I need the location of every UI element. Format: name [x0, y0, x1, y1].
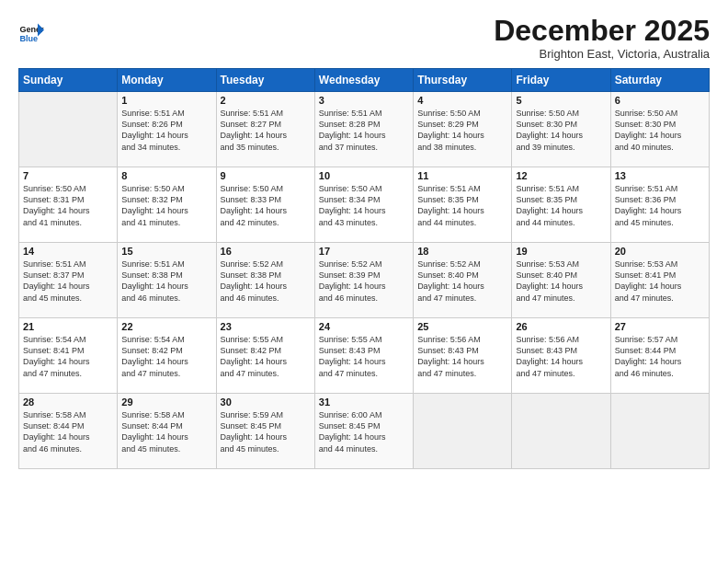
- title-block: December 2025 Brighton East, Victoria, A…: [494, 15, 710, 61]
- day-detail: Sunrise: 5:51 AM Sunset: 8:35 PM Dayligh…: [417, 183, 507, 228]
- day-detail: Sunrise: 5:51 AM Sunset: 8:28 PM Dayligh…: [319, 108, 409, 153]
- day-detail: Sunrise: 5:55 AM Sunset: 8:43 PM Dayligh…: [319, 334, 409, 379]
- day-number: 13: [615, 170, 705, 181]
- calendar-cell: 18Sunrise: 5:52 AM Sunset: 8:40 PM Dayli…: [414, 243, 512, 318]
- day-detail: Sunrise: 5:58 AM Sunset: 8:44 PM Dayligh…: [121, 409, 211, 454]
- day-number: 10: [319, 170, 409, 181]
- calendar-cell: 16Sunrise: 5:52 AM Sunset: 8:38 PM Dayli…: [216, 243, 314, 318]
- day-number: 28: [23, 396, 113, 408]
- day-number: 16: [221, 246, 311, 257]
- day-number: 6: [615, 95, 705, 106]
- days-header-row: SundayMondayTuesdayWednesdayThursdayFrid…: [19, 69, 710, 92]
- calendar-cell: [19, 92, 118, 167]
- day-header-sunday: Sunday: [19, 69, 118, 92]
- calendar-cell: 30Sunrise: 5:59 AM Sunset: 8:45 PM Dayli…: [216, 394, 314, 469]
- day-number: 19: [516, 246, 606, 257]
- day-number: 27: [615, 321, 705, 332]
- logo: General Blue: [18, 18, 46, 44]
- calendar-cell: 9Sunrise: 5:50 AM Sunset: 8:33 PM Daylig…: [216, 167, 314, 243]
- day-number: 12: [516, 170, 606, 181]
- calendar-cell: 5Sunrise: 5:50 AM Sunset: 8:30 PM Daylig…: [512, 92, 610, 167]
- location: Brighton East, Victoria, Australia: [494, 47, 710, 61]
- day-detail: Sunrise: 5:51 AM Sunset: 8:26 PM Dayligh…: [121, 108, 211, 153]
- day-number: 2: [221, 95, 311, 106]
- day-detail: Sunrise: 5:51 AM Sunset: 8:36 PM Dayligh…: [615, 183, 705, 228]
- day-header-saturday: Saturday: [610, 69, 709, 92]
- day-number: 11: [417, 170, 507, 181]
- day-detail: Sunrise: 5:52 AM Sunset: 8:39 PM Dayligh…: [319, 259, 409, 304]
- calendar-cell: 1Sunrise: 5:51 AM Sunset: 8:26 PM Daylig…: [118, 92, 216, 167]
- calendar-cell: 21Sunrise: 5:54 AM Sunset: 8:41 PM Dayli…: [19, 318, 118, 394]
- day-number: 5: [516, 95, 606, 106]
- week-row-5: 28Sunrise: 5:58 AM Sunset: 8:44 PM Dayli…: [19, 394, 710, 469]
- calendar-table: SundayMondayTuesdayWednesdayThursdayFrid…: [18, 68, 710, 469]
- day-header-monday: Monday: [118, 69, 216, 92]
- calendar-cell: 3Sunrise: 5:51 AM Sunset: 8:28 PM Daylig…: [314, 92, 413, 167]
- day-header-tuesday: Tuesday: [216, 69, 314, 92]
- calendar-cell: 7Sunrise: 5:50 AM Sunset: 8:31 PM Daylig…: [19, 167, 118, 243]
- day-detail: Sunrise: 5:51 AM Sunset: 8:38 PM Dayligh…: [121, 259, 211, 304]
- day-header-thursday: Thursday: [414, 69, 512, 92]
- day-detail: Sunrise: 5:50 AM Sunset: 8:34 PM Dayligh…: [319, 183, 409, 228]
- day-detail: Sunrise: 5:54 AM Sunset: 8:41 PM Dayligh…: [23, 334, 113, 379]
- calendar-cell: 6Sunrise: 5:50 AM Sunset: 8:30 PM Daylig…: [610, 92, 709, 167]
- calendar-cell: 17Sunrise: 5:52 AM Sunset: 8:39 PM Dayli…: [314, 243, 413, 318]
- day-detail: Sunrise: 5:56 AM Sunset: 8:43 PM Dayligh…: [417, 334, 507, 379]
- calendar-cell: 2Sunrise: 5:51 AM Sunset: 8:27 PM Daylig…: [216, 92, 314, 167]
- day-detail: Sunrise: 5:50 AM Sunset: 8:29 PM Dayligh…: [417, 108, 507, 153]
- calendar-page: General Blue December 2025 Brighton East…: [0, 0, 728, 563]
- day-detail: Sunrise: 5:59 AM Sunset: 8:45 PM Dayligh…: [221, 409, 311, 454]
- day-number: 1: [121, 95, 211, 106]
- day-number: 9: [221, 170, 311, 181]
- week-row-2: 7Sunrise: 5:50 AM Sunset: 8:31 PM Daylig…: [19, 167, 710, 243]
- day-header-friday: Friday: [512, 69, 610, 92]
- day-number: 15: [121, 246, 211, 257]
- day-detail: Sunrise: 5:54 AM Sunset: 8:42 PM Dayligh…: [121, 334, 211, 379]
- day-number: 30: [221, 396, 311, 408]
- day-detail: Sunrise: 5:52 AM Sunset: 8:38 PM Dayligh…: [221, 259, 311, 304]
- calendar-cell: 8Sunrise: 5:50 AM Sunset: 8:32 PM Daylig…: [118, 167, 216, 243]
- day-detail: Sunrise: 6:00 AM Sunset: 8:45 PM Dayligh…: [319, 409, 409, 454]
- week-row-4: 21Sunrise: 5:54 AM Sunset: 8:41 PM Dayli…: [19, 318, 710, 394]
- logo-icon: General Blue: [18, 18, 44, 44]
- calendar-cell: 25Sunrise: 5:56 AM Sunset: 8:43 PM Dayli…: [414, 318, 512, 394]
- day-number: 31: [319, 396, 409, 408]
- calendar-cell: 11Sunrise: 5:51 AM Sunset: 8:35 PM Dayli…: [414, 167, 512, 243]
- calendar-cell: 27Sunrise: 5:57 AM Sunset: 8:44 PM Dayli…: [610, 318, 709, 394]
- calendar-cell: [414, 394, 512, 469]
- calendar-cell: 13Sunrise: 5:51 AM Sunset: 8:36 PM Dayli…: [610, 167, 709, 243]
- day-number: 14: [23, 246, 113, 257]
- calendar-cell: 24Sunrise: 5:55 AM Sunset: 8:43 PM Dayli…: [314, 318, 413, 394]
- day-detail: Sunrise: 5:53 AM Sunset: 8:40 PM Dayligh…: [516, 259, 606, 304]
- day-number: 3: [319, 95, 409, 106]
- calendar-cell: 15Sunrise: 5:51 AM Sunset: 8:38 PM Dayli…: [118, 243, 216, 318]
- calendar-cell: 10Sunrise: 5:50 AM Sunset: 8:34 PM Dayli…: [314, 167, 413, 243]
- calendar-cell: 14Sunrise: 5:51 AM Sunset: 8:37 PM Dayli…: [19, 243, 118, 318]
- day-number: 22: [121, 321, 211, 332]
- calendar-cell: [610, 394, 709, 469]
- day-number: 26: [516, 321, 606, 332]
- day-number: 21: [23, 321, 113, 332]
- calendar-cell: 26Sunrise: 5:56 AM Sunset: 8:43 PM Dayli…: [512, 318, 610, 394]
- day-number: 29: [121, 396, 211, 408]
- month-title: December 2025: [494, 15, 710, 47]
- day-detail: Sunrise: 5:58 AM Sunset: 8:44 PM Dayligh…: [23, 409, 113, 454]
- day-detail: Sunrise: 5:50 AM Sunset: 8:30 PM Dayligh…: [615, 108, 705, 153]
- week-row-1: 1Sunrise: 5:51 AM Sunset: 8:26 PM Daylig…: [19, 92, 710, 167]
- day-detail: Sunrise: 5:51 AM Sunset: 8:37 PM Dayligh…: [23, 259, 113, 304]
- day-detail: Sunrise: 5:50 AM Sunset: 8:32 PM Dayligh…: [121, 183, 211, 228]
- day-detail: Sunrise: 5:51 AM Sunset: 8:27 PM Dayligh…: [221, 108, 311, 153]
- day-number: 8: [121, 170, 211, 181]
- day-number: 4: [417, 95, 507, 106]
- calendar-cell: 31Sunrise: 6:00 AM Sunset: 8:45 PM Dayli…: [314, 394, 413, 469]
- day-detail: Sunrise: 5:50 AM Sunset: 8:31 PM Dayligh…: [23, 183, 113, 228]
- day-number: 24: [319, 321, 409, 332]
- day-detail: Sunrise: 5:50 AM Sunset: 8:30 PM Dayligh…: [516, 108, 606, 153]
- week-row-3: 14Sunrise: 5:51 AM Sunset: 8:37 PM Dayli…: [19, 243, 710, 318]
- day-number: 25: [417, 321, 507, 332]
- calendar-cell: 22Sunrise: 5:54 AM Sunset: 8:42 PM Dayli…: [118, 318, 216, 394]
- day-detail: Sunrise: 5:50 AM Sunset: 8:33 PM Dayligh…: [221, 183, 311, 228]
- calendar-cell: 4Sunrise: 5:50 AM Sunset: 8:29 PM Daylig…: [414, 92, 512, 167]
- svg-text:Blue: Blue: [19, 34, 38, 43]
- day-number: 17: [319, 246, 409, 257]
